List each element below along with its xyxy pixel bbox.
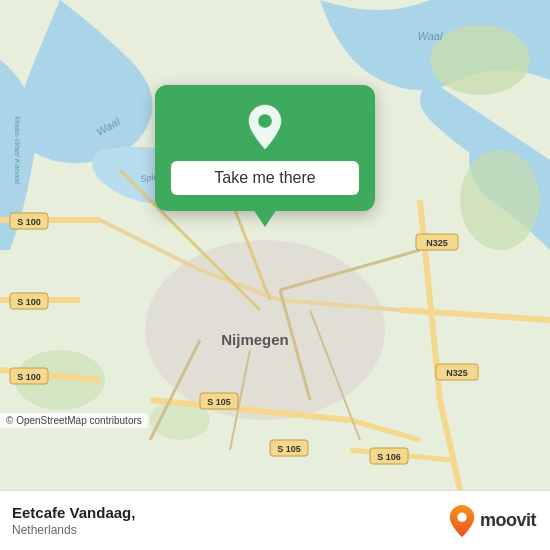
map-pin-icon — [241, 103, 289, 151]
svg-text:N325: N325 — [446, 368, 468, 378]
osm-credit: © OpenStreetMap contributors — [0, 413, 148, 428]
moovit-logo: moovit — [448, 504, 536, 538]
svg-text:S 105: S 105 — [277, 444, 301, 454]
moovit-brand-name: moovit — [480, 510, 536, 531]
svg-text:Nijmegen: Nijmegen — [221, 331, 289, 348]
svg-point-46 — [258, 114, 272, 128]
svg-text:Waal: Waal — [418, 30, 443, 42]
info-left: Eetcafe Vandaag, Netherlands — [12, 504, 135, 537]
info-bar: Eetcafe Vandaag, Netherlands moovit — [0, 490, 550, 550]
svg-text:Maas-Waal Kanaal: Maas-Waal Kanaal — [13, 116, 22, 184]
map-container: S 100 S 100 S 100 S 105 S 105 S 106 N325… — [0, 0, 550, 490]
svg-text:S 100: S 100 — [17, 297, 41, 307]
svg-point-1 — [430, 25, 530, 95]
svg-text:S 100: S 100 — [17, 217, 41, 227]
svg-text:S 100: S 100 — [17, 372, 41, 382]
svg-point-2 — [460, 150, 540, 250]
svg-point-47 — [457, 512, 466, 521]
moovit-pin-icon — [448, 504, 476, 538]
svg-text:N325: N325 — [426, 238, 448, 248]
location-name: Eetcafe Vandaag, — [12, 504, 135, 521]
location-card: Take me there — [155, 85, 375, 211]
svg-text:S 105: S 105 — [207, 397, 231, 407]
svg-point-5 — [145, 240, 385, 420]
svg-text:S 106: S 106 — [377, 452, 401, 462]
location-country: Netherlands — [12, 523, 135, 537]
take-me-there-button[interactable]: Take me there — [171, 161, 359, 195]
